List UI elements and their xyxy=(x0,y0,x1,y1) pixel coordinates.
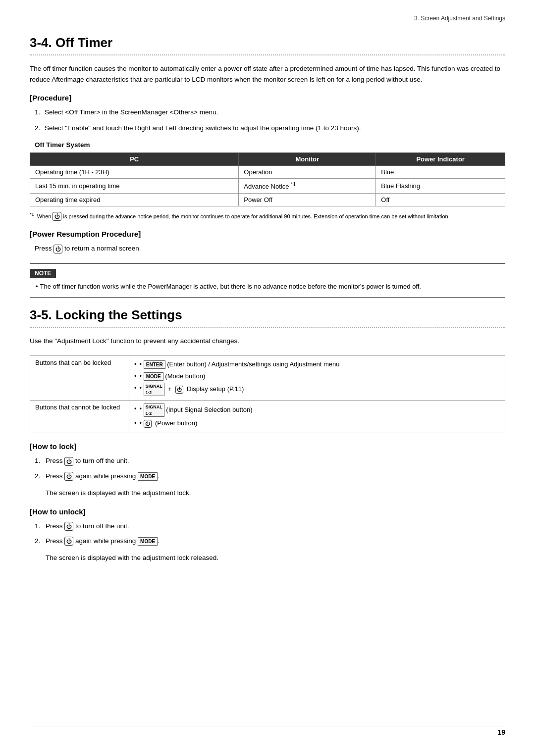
table-header-power: Power Indicator xyxy=(376,153,505,166)
mode-badge: MODE xyxy=(144,372,163,381)
lock-step-1: Press ⏻ to turn off the unit. xyxy=(35,455,505,466)
enter-badge: ENTER xyxy=(144,360,165,369)
power-icon-resumption: ⏻ xyxy=(54,245,62,253)
power-icon-footnote: ⏻ xyxy=(53,212,61,221)
table-cell: Advance Notice *1 xyxy=(239,179,376,193)
bullet-dot: • xyxy=(140,418,144,429)
page-container: 3. Screen Adjustment and Settings 3-4. O… xyxy=(0,0,535,756)
unlock-step-2: Press ⏻ again while pressing MODE. xyxy=(35,536,505,547)
signal-badge-2: SIGNAL1·2 xyxy=(144,403,164,417)
lock-table-row-2: Buttons that cannot be locked • SIGNAL1·… xyxy=(30,401,505,433)
power-icon-unlock1: ⏻ xyxy=(64,522,73,531)
table-cell: Last 15 min. in operating time xyxy=(30,179,239,193)
lock-step-2-note: The screen is displayed with the adjustm… xyxy=(46,488,505,499)
table-header-pc: PC xyxy=(30,153,239,166)
lock-table-row-1: Buttons that can be locked • ENTER (Ente… xyxy=(30,355,505,400)
note-label: NOTE xyxy=(30,269,56,278)
table-header-monitor: Monitor xyxy=(239,153,376,166)
table-cell: Blue Flashing xyxy=(376,179,505,193)
how-to-lock-title: [How to lock] xyxy=(30,442,505,451)
section1-title: 3-4. Off Timer xyxy=(30,35,505,50)
unlock-step-2-note: The screen is displayed with the adjustm… xyxy=(46,553,505,563)
header-text: 3. Screen Adjustment and Settings xyxy=(414,15,505,22)
lock-step-2: Press ⏻ again while pressing MODE. xyxy=(35,471,505,482)
table-row: Operating time expired Power Off Off xyxy=(30,193,505,206)
off-timer-system-subtitle: Off Timer System xyxy=(35,141,505,149)
off-timer-table: PC Monitor Power Indicator Operating tim… xyxy=(30,152,505,206)
bullet-dot: • xyxy=(140,371,144,382)
lock-item-input: • SIGNAL1·2 (Input Signal Selection butt… xyxy=(134,403,500,417)
power-icon-lock1: ⏻ xyxy=(64,457,73,466)
table-row: Last 15 min. in operating time Advance N… xyxy=(30,179,505,193)
procedure-list: Select <Off Timer> in the ScreenManager … xyxy=(35,107,505,133)
page-number: 19 xyxy=(497,728,505,736)
power-icon-cannot: ⏻ xyxy=(144,420,152,428)
power-icon-signal: ⏻ xyxy=(175,386,183,394)
section2-intro: Use the "Adjustment Lock" function to pr… xyxy=(30,336,505,347)
procedure-title: [Procedure] xyxy=(30,94,505,102)
how-to-unlock-title: [How to unlock] xyxy=(30,507,505,516)
power-icon-lock2: ⏻ xyxy=(64,472,73,481)
table-cell: Power Off xyxy=(239,193,376,206)
section1-intro: The off timer function causes the monito… xyxy=(30,63,505,85)
table-cell: Blue xyxy=(376,166,505,179)
table-row: Operating time (1H - 23H) Operation Blue xyxy=(30,166,505,179)
lock-can-be-locked-items: • ENTER (Enter button) / Adjustments/set… xyxy=(129,355,505,400)
lock-item-power: • ⏻ (Power button) xyxy=(134,418,500,429)
lock-item-mode: • MODE (Mode button) xyxy=(134,371,500,382)
mode-badge-lock: MODE xyxy=(138,472,158,481)
note-content: The off timer function works while the P… xyxy=(30,282,505,292)
how-to-unlock-list: Press ⏻ to turn off the unit. Press ⏻ ag… xyxy=(35,521,505,547)
mode-badge-unlock: MODE xyxy=(138,537,158,546)
lock-table: Buttons that can be locked • ENTER (Ente… xyxy=(30,355,505,434)
section1-divider xyxy=(30,54,505,55)
unlock-step-1: Press ⏻ to turn off the unit. xyxy=(35,521,505,532)
page-header: 3. Screen Adjustment and Settings xyxy=(30,15,505,25)
power-icon-unlock2: ⏻ xyxy=(64,537,73,546)
table-cell: Operating time (1H - 23H) xyxy=(30,166,239,179)
bullet-dot: • xyxy=(140,403,144,414)
table-cell: Off xyxy=(376,193,505,206)
bullet-dot: • xyxy=(140,383,144,394)
procedure-step-1: Select <Off Timer> in the ScreenManager … xyxy=(35,107,505,118)
table-footnote: *1 When ⏻ is pressed during the advance … xyxy=(30,211,505,221)
table-cell: Operation xyxy=(239,166,376,179)
bottom-border xyxy=(30,726,505,726)
section2-divider xyxy=(30,327,505,328)
lock-can-be-locked-label: Buttons that can be locked xyxy=(30,355,129,400)
power-resumption-title: [Power Resumption Procedure] xyxy=(30,230,505,238)
section2-title: 3-5. Locking the Settings xyxy=(30,307,505,323)
lock-cannot-be-locked-label: Buttons that cannot be locked xyxy=(30,401,129,433)
table-cell: Operating time expired xyxy=(30,193,239,206)
power-resumption-text: Press ⏻ to return a normal screen. xyxy=(35,243,505,254)
lock-cannot-be-locked-items: • SIGNAL1·2 (Input Signal Selection butt… xyxy=(129,401,505,433)
bullet-dot: • xyxy=(140,359,144,370)
lock-item-signal: • SIGNAL1·2 + ⏻ Display setup (P.11) xyxy=(134,383,500,396)
signal-badge: SIGNAL1·2 xyxy=(144,383,164,396)
how-to-lock-list: Press ⏻ to turn off the unit. Press ⏻ ag… xyxy=(35,455,505,482)
lock-item-enter: • ENTER (Enter button) / Adjustments/set… xyxy=(134,359,500,370)
note-box: NOTE The off timer function works while … xyxy=(30,263,505,298)
procedure-step-2: Select "Enable" and touch the Right and … xyxy=(35,123,505,134)
